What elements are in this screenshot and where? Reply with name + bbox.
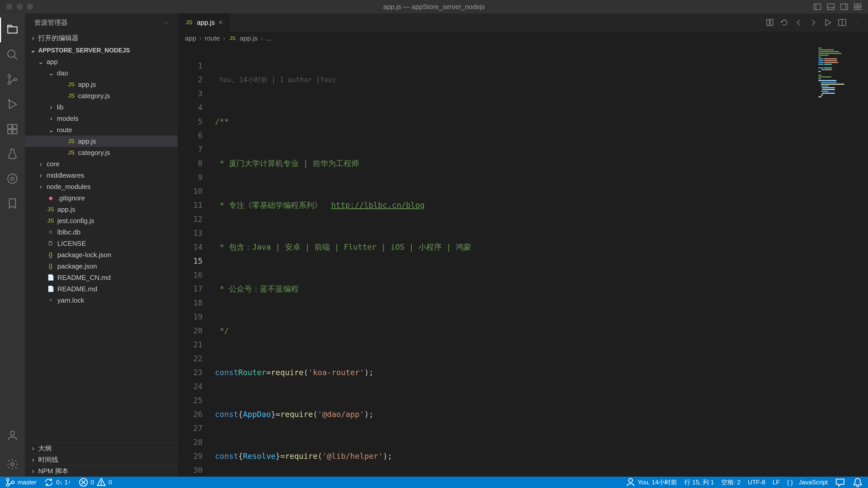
chevron-right-icon: › <box>30 467 36 475</box>
layout-panel-left-icon[interactable] <box>813 3 822 11</box>
window-title: app.js — appStore_server_nodejs <box>383 3 485 11</box>
more-actions-icon[interactable]: ··· <box>850 16 863 29</box>
activity-bar <box>0 13 25 477</box>
tree-item-app-js[interactable]: JSapp.js <box>25 79 178 90</box>
layout-panel-bottom-icon[interactable] <box>827 3 835 11</box>
tree-item-middlewares[interactable]: ›middlewares <box>25 170 178 181</box>
close-icon[interactable]: × <box>218 18 222 27</box>
tree-item-yarn-lock[interactable]: ⚬yarn.lock <box>25 295 178 306</box>
tree-item-route[interactable]: ⌄route <box>25 124 178 135</box>
svg-point-15 <box>8 100 9 101</box>
json-file-icon: {} <box>46 263 55 269</box>
chevron-down-icon: ⌄ <box>30 47 36 54</box>
tree-item-models[interactable]: ›models <box>25 113 178 124</box>
layout-customize-icon[interactable] <box>854 3 862 11</box>
js-file-icon: JS <box>228 35 237 41</box>
chevron-right-icon: › <box>48 103 54 111</box>
tree-item-label: route <box>57 126 72 134</box>
close-window[interactable] <box>6 4 12 10</box>
breadcrumb-item[interactable]: ... <box>266 34 272 42</box>
sidebar-more-icon[interactable]: ··· <box>163 19 168 27</box>
tree-item-dao[interactable]: ⌄dao <box>25 67 178 79</box>
status-encoding[interactable]: UTF-8 <box>748 479 766 486</box>
tree-item--gitignore[interactable]: ◆.gitignore <box>25 192 178 204</box>
status-branch[interactable]: master <box>5 477 36 487</box>
maximize-window[interactable] <box>27 4 33 10</box>
tree-item-category-js[interactable]: JScategory.js <box>25 147 178 158</box>
activity-gitlens[interactable] <box>0 166 25 191</box>
status-blame[interactable]: You, 14小时前 <box>625 477 677 487</box>
tree-item-label: README_CN.md <box>57 274 111 282</box>
status-sync[interactable]: 0↓ 1↑ <box>44 477 71 487</box>
status-cursor-position[interactable]: 行 15, 列 1 <box>684 478 714 486</box>
activity-extensions[interactable] <box>0 117 25 141</box>
tab-app-js[interactable]: JS app.js × <box>178 13 230 32</box>
status-notifications-icon[interactable] <box>852 477 863 487</box>
tree-item-label: app.js <box>78 80 96 89</box>
svg-point-10 <box>8 50 15 57</box>
project-section[interactable]: ⌄ APPSTORE_SERVER_NODEJS <box>25 45 178 56</box>
activity-explorer[interactable] <box>0 18 25 42</box>
activity-source-control[interactable] <box>0 67 25 92</box>
status-language[interactable]: { } JavaScript <box>787 479 828 486</box>
tree-item-label: category.js <box>78 92 110 100</box>
chevron-right-icon: › <box>38 183 44 191</box>
tree-item-category-js[interactable]: JScategory.js <box>25 90 178 101</box>
split-editor-icon[interactable] <box>836 16 848 29</box>
tree-item-app[interactable]: ⌄app <box>25 56 178 67</box>
chevron-right-icon: › <box>223 34 225 42</box>
tree-item-app-js[interactable]: JSapp.js <box>25 135 178 147</box>
tree-item-package-lock-json[interactable]: {}package-lock.json <box>25 249 178 261</box>
activity-bookmark[interactable] <box>0 191 25 216</box>
code-content[interactable]: You, 14小时前 | 1 author (You) /** * 厦门大学计算… <box>211 45 868 477</box>
timeline-section[interactable]: ›时间线 <box>25 454 178 465</box>
breadcrumb-item[interactable]: route <box>205 34 220 42</box>
breadcrumbs[interactable]: app › route › JS app.js › ... <box>178 32 868 45</box>
revert-icon[interactable] <box>778 16 790 29</box>
go-forward-icon[interactable] <box>807 16 819 29</box>
code-editor[interactable]: . 12345678910111213141516171819202122232… <box>178 45 868 477</box>
editor-tabs: JS app.js × ··· <box>178 13 868 32</box>
tree-item-core[interactable]: ›core <box>25 158 178 170</box>
chevron-right-icon: › <box>30 34 36 42</box>
svg-point-23 <box>11 463 14 466</box>
open-editors-section[interactable]: › 打开的编辑器 <box>25 32 178 45</box>
activity-account[interactable] <box>0 423 25 448</box>
outline-section[interactable]: ›大纲 <box>25 443 178 454</box>
status-bar: master 0↓ 1↑ 0 0 You, 14小时前 行 15, 列 1 空格… <box>0 477 868 488</box>
tree-item-README-md[interactable]: 📄README.md <box>25 283 178 295</box>
tree-item-node_modules[interactable]: ›node_modules <box>25 181 178 192</box>
breadcrumb-item[interactable]: app <box>185 34 196 42</box>
activity-settings[interactable] <box>0 452 25 477</box>
tree-item-label: yarn.lock <box>57 296 84 304</box>
minimize-window[interactable] <box>17 4 23 10</box>
status-feedback-icon[interactable] <box>835 477 845 487</box>
tree-item-jest-config-js[interactable]: JSjest.config.js <box>25 215 178 226</box>
status-eol[interactable]: LF <box>773 479 780 486</box>
svg-point-12 <box>8 75 10 77</box>
tree-item-package-json[interactable]: {}package.json <box>25 261 178 272</box>
layout-panel-right-icon[interactable] <box>840 3 848 11</box>
minimap[interactable] <box>816 45 868 477</box>
svg-rect-8 <box>854 7 857 9</box>
tree-item-LICENSE[interactable]: 🗋LICENSE <box>25 238 178 249</box>
status-indentation[interactable]: 空格: 2 <box>721 478 741 486</box>
tree-item-lblbc-db[interactable]: ≡lblbc.db <box>25 226 178 238</box>
file-icon: 🗋 <box>46 240 55 247</box>
npm-section[interactable]: ›NPM 脚本 <box>25 465 178 477</box>
activity-testing[interactable] <box>0 141 25 166</box>
breadcrumb-item[interactable]: app.js <box>240 34 257 42</box>
tree-item-README_CN-md[interactable]: 📄README_CN.md <box>25 272 178 283</box>
tree-item-app-js[interactable]: JSapp.js <box>25 204 178 215</box>
tree-item-label: models <box>57 115 79 123</box>
sidebar-title: 资源管理器 <box>34 18 68 27</box>
run-icon[interactable] <box>822 16 834 29</box>
tree-item-lib[interactable]: ›lib <box>25 101 178 113</box>
go-back-icon[interactable] <box>793 16 805 29</box>
compare-changes-icon[interactable] <box>764 16 776 29</box>
activity-run-debug[interactable] <box>0 92 25 117</box>
chevron-down-icon: ⌄ <box>48 126 54 134</box>
status-problems[interactable]: 0 0 <box>78 477 112 487</box>
tree-item-label: .gitignore <box>57 194 85 202</box>
activity-search[interactable] <box>0 42 25 67</box>
